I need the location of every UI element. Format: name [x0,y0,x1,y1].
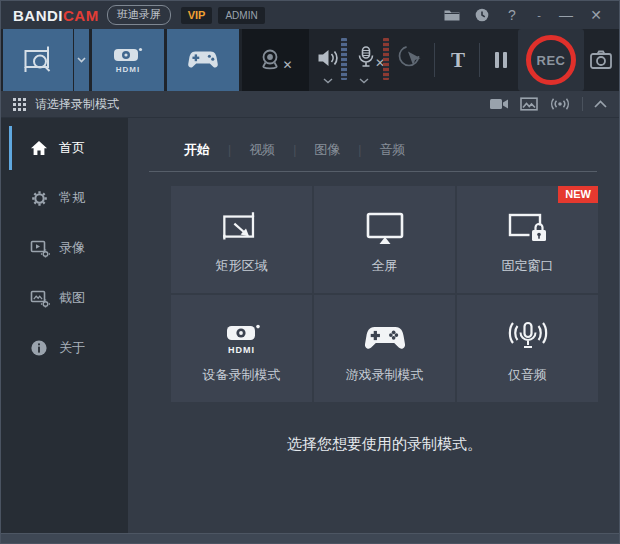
video-output-button[interactable] [489,97,509,111]
sidebar-item-screenshot[interactable]: 截图 [1,273,128,323]
subheader-divider [582,97,583,111]
tab-bar: 开始 | 视频 | 图像 | 音频 [184,141,619,159]
open-folder-button[interactable] [437,2,467,28]
fullscreen-icon [363,186,407,248]
device-recording-mode-button[interactable]: HDMI [92,29,164,91]
app-name-badge: 班迪录屏 [107,5,171,25]
sidebar-item-label: 截图 [59,289,85,307]
title-bar: BANDICAM 班迪录屏 VIP ADMIN ? - — ✕ [1,1,619,29]
help-icon: ? [508,7,516,23]
minimize-button[interactable]: — [551,2,581,28]
tab-video[interactable]: 视频 [249,141,275,159]
tab-separator: | [358,143,361,157]
mode-card-label: 矩形区域 [216,257,268,275]
microphone-icon [355,45,377,71]
vip-badge: VIP [181,7,213,24]
close-button[interactable]: ✕ [581,2,611,28]
broadcast-button[interactable] [549,97,571,111]
camera-icon [589,49,613,71]
sidebar-item-label: 录像 [59,239,85,257]
mode-card-device-recording[interactable]: HDMI 设备录制模式 [171,295,312,402]
rec-label: REC [537,53,566,68]
tab-underline [149,171,597,172]
mode-select-header: 请选择录制模式 [1,91,619,118]
mode-card-label: 仅音频 [508,366,547,384]
bandicam-window: BANDICAM 班迪录屏 VIP ADMIN ? - — ✕ [0,0,620,544]
tab-image[interactable]: 图像 [314,141,340,159]
mode-cards-grid: 矩形区域 全屏 NEW [171,186,598,402]
text-overlay-button[interactable]: T [444,29,472,91]
image-output-button[interactable] [520,97,538,111]
tab-separator: | [293,143,296,157]
video-settings-icon [30,239,50,258]
minimize-icon: — [559,7,573,23]
mode-card-label: 游戏录制模式 [346,366,424,384]
bandicam-logo: BANDICAM [13,7,99,24]
gamepad-icon [362,295,408,357]
info-icon [30,339,50,357]
screen-recording-mode-button[interactable] [3,29,73,91]
hdmi-device-icon: HDMI [220,295,264,357]
video-camera-icon [489,97,509,111]
home-icon [30,140,50,156]
mode-card-fixed-window[interactable]: NEW 固定窗口 [457,186,598,293]
speaker-icon [316,46,340,70]
tab-separator: | [228,143,231,157]
webcam-off-x-icon: ✕ [282,58,292,72]
mode-card-label: 固定窗口 [502,257,554,275]
schedule-button[interactable] [467,2,497,28]
window-controls: ? - — ✕ [437,2,611,28]
sidebar-item-label: 常规 [59,189,85,207]
toolbar-divider [434,43,435,77]
image-icon [520,97,538,111]
mode-card-fullscreen[interactable]: 全屏 [314,186,455,293]
rectangle-select-icon [22,45,54,75]
collapse-panel-button[interactable] [594,100,607,108]
sidebar-item-label: 关于 [59,339,85,357]
mode-card-rectangle-area[interactable]: 矩形区域 [171,186,312,293]
minimize-to-tray-button[interactable]: - [527,2,551,28]
tab-start[interactable]: 开始 [184,141,210,159]
microphone-settings-button[interactable]: ✕ [353,39,387,77]
sidebar: 首页 常规 录像 截图 关于 [1,118,128,533]
mouse-click-effect-button[interactable] [396,44,424,76]
sidebar-item-general[interactable]: 常规 [1,173,128,223]
logo-text-cam: CAM [63,7,99,24]
clock-icon [474,7,490,23]
sidebar-item-video[interactable]: 录像 [1,223,128,273]
recording-toolbar: HDMI ✕ ✕ [1,29,619,91]
rectangle-area-icon [221,186,263,248]
gamepad-icon [186,48,220,72]
hdmi-device-icon [111,46,145,64]
hdmi-label: HDMI [228,345,255,355]
sidebar-item-about[interactable]: 关于 [1,323,128,373]
gear-icon [30,189,50,208]
broadcast-icon [549,97,571,111]
microphone-dropdown-chevron-icon[interactable] [356,76,372,86]
mode-hint-text: 选择您想要使用的录制模式。 [171,435,598,454]
speaker-dropdown-chevron-icon[interactable] [320,76,336,86]
mode-card-audio-only[interactable]: 仅音频 [457,295,598,402]
tab-audio[interactable]: 音频 [379,141,405,159]
recording-mode-dropdown[interactable] [74,29,89,91]
help-button[interactable]: ? [497,2,527,28]
new-badge: NEW [558,186,598,203]
screenshot-settings-icon [30,289,50,308]
webcam-toggle-button[interactable]: ✕ [242,29,309,91]
webcam-icon [258,47,284,73]
text-tool-icon: T [451,48,465,73]
folder-icon [443,8,461,22]
window-bottom-edge [1,533,619,543]
main-area: 首页 常规 录像 截图 关于 开始 | 视频 [1,118,619,533]
toolbar-divider [479,43,480,77]
pause-button[interactable] [488,29,514,91]
game-recording-mode-button[interactable] [167,29,239,91]
screenshot-button[interactable] [586,29,616,91]
mode-card-label: 全屏 [372,257,398,275]
microphone-level-meter [383,38,389,80]
mode-card-game-recording[interactable]: 游戏录制模式 [314,295,455,402]
rec-button[interactable]: REC [526,35,576,85]
sidebar-item-home[interactable]: 首页 [1,123,128,173]
chevron-down-icon [77,57,86,63]
speaker-settings-button[interactable] [315,39,341,77]
